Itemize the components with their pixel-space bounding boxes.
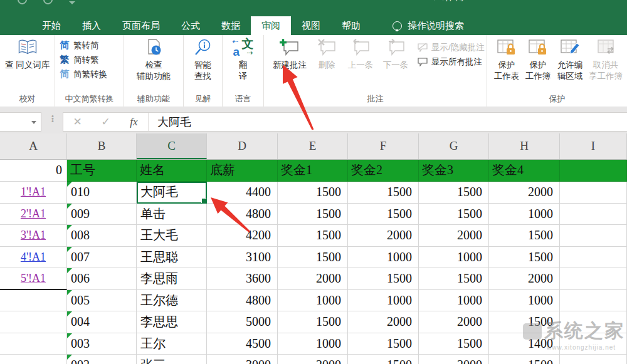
translate-button[interactable]: 文 a ⇠ ⇢ 翻译 <box>233 38 254 81</box>
cell-H2[interactable]: 2000 <box>489 182 560 204</box>
thesaurus-button[interactable]: 查 同义词库 <box>5 38 50 71</box>
fill-handle[interactable] <box>201 198 207 204</box>
cell-E6[interactable]: 2000 <box>278 268 348 290</box>
new-comment-button[interactable]: 新建批注 <box>269 38 310 71</box>
column-header-F[interactable]: F <box>348 133 419 159</box>
to-simplified-button[interactable]: 简 繁转简 <box>59 38 124 53</box>
sheet-link[interactable]: 4'!A1 <box>21 251 46 263</box>
sheet-link[interactable]: 1'!A1 <box>21 185 46 198</box>
smart-lookup-button[interactable]: 智能查找 <box>192 38 214 81</box>
convert-button[interactable]: 简 简繁转换 <box>59 67 124 81</box>
cell-I6[interactable] <box>560 268 627 290</box>
cell-G5[interactable]: 1000 <box>419 247 489 269</box>
confirm-entry-button[interactable]: ✓ <box>92 115 120 128</box>
qat-dropdown-icon[interactable] <box>69 1 75 4</box>
cell-D8[interactable]: 5000 <box>207 311 278 333</box>
cell-G4[interactable]: 2000 <box>419 225 489 247</box>
cell-G10[interactable]: 2000 <box>419 355 489 364</box>
cell-H5[interactable]: 1500 <box>489 247 560 269</box>
cell-E10[interactable]: 2000 <box>278 355 348 364</box>
column-header-I[interactable]: I <box>560 133 627 159</box>
tab-开始[interactable]: 开始 <box>31 16 71 35</box>
to-traditional-button[interactable]: 繁 简转繁 <box>59 53 124 67</box>
cell-B5[interactable]: 007 <box>67 247 137 269</box>
cell-F10[interactable]: 1500 <box>348 355 419 364</box>
column-header-E[interactable]: E <box>278 133 348 159</box>
cell-G2[interactable]: 1500 <box>419 182 489 204</box>
cell-C2[interactable]: 大阿毛 <box>137 182 207 204</box>
cell-D5[interactable]: 3100 <box>207 247 278 269</box>
cell-E5[interactable]: 1500 <box>278 247 348 269</box>
cell-D10[interactable]: 3000 <box>207 355 278 364</box>
tab-帮助[interactable]: 帮助 <box>331 16 371 35</box>
undo-icon[interactable] <box>16 0 29 6</box>
previous-comment-button[interactable]: 上一条 <box>343 38 378 71</box>
cell-A9[interactable] <box>0 333 67 355</box>
cell-A7[interactable] <box>0 290 67 312</box>
cell-header-B[interactable]: 工号 <box>67 160 137 182</box>
cell-header-E[interactable]: 奖金1 <box>278 160 348 182</box>
cell-A2[interactable]: 1'!A1 <box>0 182 67 204</box>
cell-B8[interactable]: 004 <box>67 311 137 333</box>
next-comment-button[interactable]: 下一条 <box>378 38 413 71</box>
cell-header-F[interactable]: 奖金2 <box>348 160 419 182</box>
cell-C10[interactable]: 张三 <box>137 355 207 364</box>
cell-B10[interactable]: 002 <box>67 355 137 364</box>
column-header-C[interactable]: C <box>137 133 207 159</box>
tab-公式[interactable]: 公式 <box>171 16 211 35</box>
cell-B6[interactable]: 006 <box>67 268 137 290</box>
cell-F3[interactable]: 1500 <box>348 204 419 226</box>
tell-me-search[interactable]: 操作说明搜索 <box>393 16 464 35</box>
cell-header-C[interactable]: 姓名 <box>137 160 207 182</box>
protect-sheet-button[interactable]: 保护工作表 <box>491 38 522 81</box>
cell-I9[interactable] <box>560 333 627 355</box>
cell-F6[interactable]: 1500 <box>348 268 419 290</box>
tab-视图[interactable]: 视图 <box>291 16 331 35</box>
cell-C4[interactable]: 王大毛 <box>137 225 207 247</box>
cell-F8[interactable]: 2000 <box>348 311 419 333</box>
cell-F7[interactable]: 1000 <box>348 290 419 312</box>
tab-页面布局[interactable]: 页面布局 <box>112 16 171 35</box>
cell-D3[interactable]: 4800 <box>207 204 278 226</box>
cell-H7[interactable]: 1000 <box>489 290 560 312</box>
cell-E8[interactable]: 1500 <box>278 311 348 333</box>
cell-G3[interactable]: 1500 <box>419 204 489 226</box>
cell-header-I[interactable] <box>560 160 627 182</box>
cell-I7[interactable] <box>560 290 627 312</box>
unshare-workbook-button[interactable]: 取消共享工作簿 <box>586 38 625 81</box>
cell-C8[interactable]: 李思思 <box>137 311 207 333</box>
cell-F9[interactable]: 1500 <box>348 333 419 355</box>
column-header-D[interactable]: D <box>207 133 278 159</box>
cell-I10[interactable] <box>560 355 627 364</box>
cell-I3[interactable] <box>560 204 627 226</box>
allow-edit-ranges-button[interactable]: 允许编辑区域 <box>554 38 586 81</box>
cell-B2[interactable]: 010 <box>67 182 137 204</box>
cell-A6[interactable]: 5'!A1 <box>0 268 67 290</box>
show-hide-comment-button[interactable]: 显示/隐藏批注 <box>417 40 485 55</box>
cell-header-H[interactable]: 奖金4 <box>489 160 560 182</box>
cell-E2[interactable]: 1500 <box>278 182 348 204</box>
cancel-entry-button[interactable]: ✕ <box>63 115 92 128</box>
column-header-A[interactable]: A <box>0 133 67 159</box>
cell-F2[interactable]: 1500 <box>348 182 419 204</box>
cell-C5[interactable]: 王思聪 <box>137 247 207 269</box>
cell-H8[interactable]: 1500 <box>489 311 560 333</box>
name-box[interactable] <box>0 112 41 132</box>
redo-icon[interactable] <box>41 0 55 6</box>
sheet-link[interactable]: 3'!A1 <box>21 229 46 241</box>
cell-B7[interactable]: 005 <box>67 290 137 312</box>
column-header-G[interactable]: G <box>419 133 489 159</box>
cell-B4[interactable]: 008 <box>67 225 137 247</box>
cell-D7[interactable]: 4800 <box>207 290 278 312</box>
cell-H9[interactable]: 1400 <box>489 333 560 355</box>
delete-comment-button[interactable]: 删除 <box>310 38 343 71</box>
cell-C9[interactable]: 王尔 <box>137 333 207 355</box>
cell-A3[interactable]: 2'!A1 <box>0 204 67 226</box>
cell-H4[interactable]: 1500 <box>489 225 560 247</box>
column-header-B[interactable]: B <box>67 133 137 159</box>
cell-A5[interactable]: 4'!A1 <box>0 247 67 269</box>
cell-I5[interactable] <box>560 247 627 269</box>
cell-E3[interactable]: 1500 <box>278 204 348 226</box>
cell-A1[interactable]: 0 <box>0 160 67 182</box>
column-header-H[interactable]: H <box>489 133 560 159</box>
